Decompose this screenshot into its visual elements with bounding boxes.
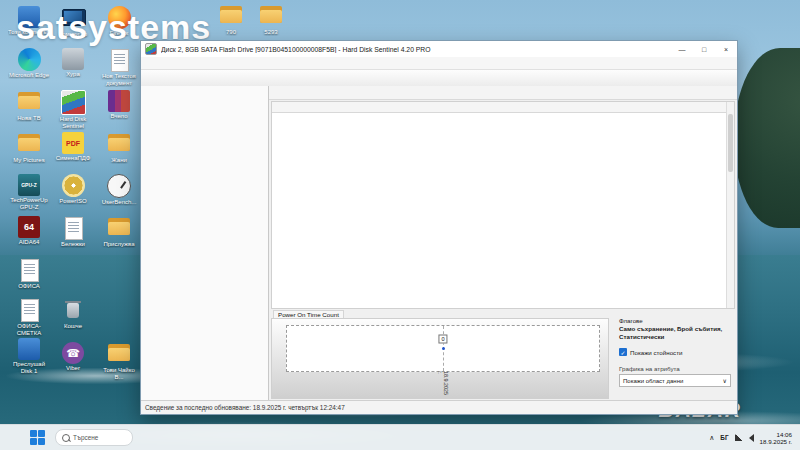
doc-icon (16, 258, 42, 282)
desktop-icon-label: Viber (52, 365, 94, 372)
desktop-icon[interactable]: ОФИСА (8, 258, 50, 290)
desktop-icon-label: Нов Текстов документ (98, 73, 140, 87)
desktop-icon-label: Нова ТВ (8, 115, 50, 122)
chevron-down-icon: ∨ (723, 377, 727, 384)
status-bar: Сведение за последно обновяване: 18.9.20… (141, 400, 737, 414)
graph-type-value: Покажи област данни (623, 378, 683, 384)
desktop-icon[interactable]: 790 (210, 4, 252, 36)
desktop-icon-label: СименаПДФ (52, 155, 94, 162)
tray-chevron-icon[interactable]: ∧ (709, 434, 714, 442)
hds-icon (61, 90, 86, 115)
start-button[interactable] (30, 430, 45, 445)
desktop-icon[interactable]: PDF СименаПДФ (52, 132, 94, 162)
desktop-icon-label: Кошче (52, 323, 94, 330)
language-indicator[interactable]: БГ (720, 434, 728, 441)
tray-time: 14:06 (760, 431, 792, 438)
desktop-icon[interactable]: Viber (52, 342, 94, 372)
doc-icon (106, 48, 132, 72)
checkbox-checked-icon[interactable]: ✓ (619, 348, 627, 356)
tray-date: 18.9.2025 г. (760, 438, 792, 445)
search-icon (62, 434, 70, 442)
desktop-icon[interactable]: Жани (98, 132, 140, 164)
minimize-button[interactable]: — (671, 41, 693, 57)
desktop-icon-label: My Pictures (8, 157, 50, 164)
window-controls: — □ × (671, 41, 737, 57)
chart-plot-area: 0 18.9.2025 г. (286, 325, 600, 372)
desktop-icon[interactable]: UserBench... (98, 174, 140, 206)
viber-icon (62, 342, 84, 364)
window-title: Диск 2, 8GB SATA Flash Drive [9071B04510… (161, 46, 671, 53)
table-scrollbar[interactable] (726, 102, 734, 308)
attribute-chart-section: Power On Time Count 0 18.9.2025 г. Флаго… (271, 311, 735, 399)
desktop: Този компютър Компютър Firefox 790 5293 … (0, 0, 800, 450)
desktop-icon[interactable]: My Pictures (8, 132, 50, 164)
graph-type-label: Графика на атрибута (619, 365, 731, 372)
aida-icon (18, 216, 40, 238)
desktop-icon[interactable]: Вчело (98, 90, 140, 120)
chart-data-point (442, 347, 445, 350)
desktop-icon[interactable]: Бележки (52, 216, 94, 248)
flags-text: Само съхранение, Брой събития, Статистич… (619, 325, 729, 340)
desktop-icon-label: Вчело (98, 113, 140, 120)
taskbar-clock[interactable]: 14:06 18.9.2025 г. (760, 431, 792, 445)
desktop-icon[interactable]: Хура (52, 48, 94, 78)
maximize-button[interactable]: □ (693, 41, 715, 57)
desktop-icon-label: ОФИСА (8, 283, 50, 290)
desktop-icon-label: Жани (98, 157, 140, 164)
desktop-icon[interactable]: PowerISO (52, 174, 94, 205)
desktop-icon-label: AIDA64 (8, 239, 50, 246)
desktop-icon[interactable]: Кошче (52, 298, 94, 330)
folder-icon (16, 132, 42, 156)
folder-icon (106, 342, 132, 366)
title-bar[interactable]: Диск 2, 8GB SATA Flash Drive [9071B04510… (141, 41, 737, 57)
tools-icon (62, 48, 84, 70)
network-icon[interactable] (735, 434, 743, 441)
desktop-icon-label: ОФИСА-СМЕТКА (8, 323, 50, 337)
hard-disk-sentinel-window: Диск 2, 8GB SATA Flash Drive [9071B04510… (140, 40, 738, 415)
chart-panel: 0 18.9.2025 г. (271, 318, 609, 399)
show-values-label: Покажи стойности (630, 349, 683, 356)
desktop-icon-label: Преслушай Disk 1 (8, 361, 50, 375)
folder-icon (258, 4, 284, 28)
desktop-icon[interactable]: ОФИСА-СМЕТКА (8, 298, 50, 337)
show-values-option[interactable]: ✓ Покажи стойности (619, 348, 731, 356)
desktop-icon-label: Прислужва (98, 241, 140, 248)
desktop-icon-label: PowerISO (52, 198, 94, 205)
desktop-icon[interactable]: 5293 (250, 4, 292, 36)
smart-table-header (272, 102, 734, 113)
desktop-icon[interactable]: GPU-Z TechPowerUp GPU-Z (8, 174, 50, 211)
chart-title: Power On Time Count (273, 310, 344, 318)
tab-bar (269, 86, 737, 100)
flags-title: Флагове (619, 317, 731, 324)
folder-icon (106, 216, 132, 240)
desktop-icon-label: Хура (52, 71, 94, 78)
smart-table (271, 101, 735, 309)
desktop-icon-label: Тови Чайко В... (98, 367, 140, 381)
detail-panel: Power On Time Count 0 18.9.2025 г. Флаго… (269, 86, 737, 401)
desktop-icon[interactable]: Нова ТВ (8, 90, 50, 122)
folder-icon (16, 90, 42, 114)
close-button[interactable]: × (715, 41, 737, 57)
desktop-icon[interactable]: Microsoft Edge (8, 48, 50, 79)
scrollbar-thumb[interactable] (728, 114, 733, 172)
desktop-icon[interactable]: Прислужва (98, 216, 140, 248)
desktop-icon[interactable]: Преслушай Disk 1 (8, 338, 50, 375)
doc-icon (16, 298, 42, 322)
disk-sidebar (141, 86, 269, 401)
desktop-icon-label: Microsoft Edge (8, 72, 50, 79)
desktop-icon-label: Бележки (52, 241, 94, 248)
desktop-icon[interactable]: Hard Disk Sentinel (52, 90, 94, 130)
volume-icon[interactable] (749, 434, 754, 442)
system-tray: ∧ БГ 14:06 18.9.2025 г. (709, 431, 800, 445)
desktop-icon-label: UserBench... (98, 199, 140, 206)
desktop-icon-label: Hard Disk Sentinel (52, 116, 94, 130)
desktop-icon[interactable]: Нов Текстов документ (98, 48, 140, 87)
winrar-icon (108, 90, 130, 112)
folder-icon (106, 132, 132, 156)
desktop-icon[interactable]: Тови Чайко В... (98, 342, 140, 381)
taskbar-search[interactable]: Търсене (55, 429, 133, 446)
desktop-icon[interactable]: AIDA64 (8, 216, 50, 246)
graph-type-dropdown[interactable]: Покажи област данни ∨ (619, 374, 731, 387)
window-body: Power On Time Count 0 18.9.2025 г. Флаго… (141, 86, 737, 401)
desktop-icon-label: TechPowerUp GPU-Z (8, 197, 50, 211)
